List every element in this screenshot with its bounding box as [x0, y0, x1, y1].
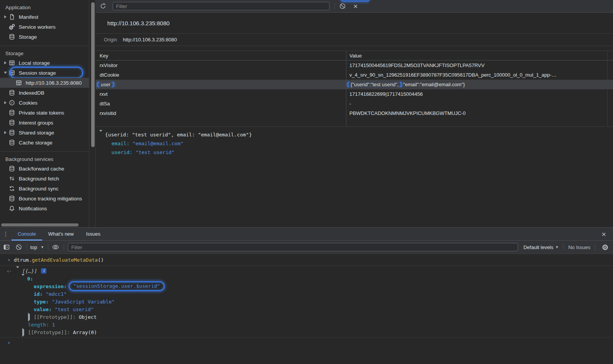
tab-console[interactable]: Console	[11, 228, 42, 241]
close-drawer-button[interactable]: ✕	[598, 228, 609, 241]
preview-entry: userid: "test userid"	[99, 148, 613, 157]
sidebar-item-bounce-tracking-mitigations[interactable]: Bounce tracking mitigations	[0, 193, 89, 203]
clear-console-button[interactable]	[14, 242, 24, 252]
sidebar-item-service-workers[interactable]: Service workers	[0, 22, 89, 32]
refresh-button[interactable]	[98, 1, 108, 11]
console-toolbar: top ▼ Default levels ▼ No Issues	[0, 241, 613, 254]
database-icon	[8, 109, 15, 116]
sidebar-tree: Application Manifest Service workers	[0, 0, 89, 227]
console-filter-input[interactable]	[68, 243, 518, 251]
session-storage-panel: ✕ http://10.106.3.235:8080 Origin http:/…	[96, 0, 613, 227]
section-background-services: Background services Back/forward cache B…	[0, 151, 89, 217]
sidebar-item-cookies[interactable]: Cookies	[0, 98, 89, 108]
table-icon	[8, 69, 15, 76]
sidebar-item-background-fetch[interactable]: Background fetch	[0, 174, 89, 184]
collapse-arrow-icon[interactable]	[99, 132, 102, 138]
prompt-chevron-icon: ›	[7, 339, 10, 346]
sidebar-item-shared-storage[interactable]: Shared storage	[0, 128, 89, 138]
table-right-gutter	[607, 51, 608, 126]
sidebar-vertical-scrollbar[interactable]	[91, 2, 95, 147]
live-expression-eye-button[interactable]	[51, 242, 61, 252]
chevron-down-icon: ▼	[41, 245, 44, 249]
result-summary-row[interactable]: ‹· [{…}] i	[0, 267, 613, 275]
annotation-user-key: user	[97, 82, 114, 87]
info-badge[interactable]: i	[41, 268, 46, 274]
expand-arrow-icon[interactable]	[2, 61, 8, 64]
table-icon	[15, 79, 22, 86]
close-icon: ✕	[602, 231, 606, 237]
sidebar-item-storage[interactable]: Storage	[0, 32, 89, 42]
context-selector[interactable]: top	[30, 244, 37, 250]
expand-arrow-icon[interactable]	[22, 330, 24, 335]
tree-row-type: type: "JavaScript Variable"	[0, 298, 613, 305]
storage-toolbar: ✕	[96, 0, 613, 13]
sidebar-item-notifications[interactable]: Notifications	[0, 203, 89, 213]
sidebar-item-local-storage[interactable]: Local storage	[0, 58, 89, 68]
console-sidebar-toggle-button[interactable]	[2, 242, 11, 252]
table-row[interactable]: rxVisitor 171741500445619FDSL2M5O3TVANKJ…	[96, 61, 613, 70]
sidebar-item-private-state-tokens[interactable]: Private state tokens	[0, 108, 89, 118]
storage-items-table: Key Value rxVisitor 171741500445619FDSL2…	[96, 51, 613, 127]
devtools-window: Application Manifest Service workers	[0, 0, 613, 364]
expand-arrow-icon[interactable]	[2, 131, 8, 134]
sidebar-item-session-storage-origin[interactable]: http://10.106.3.235:8080	[0, 78, 89, 88]
console-settings-gear-icon[interactable]	[600, 242, 610, 252]
table-icon	[8, 59, 15, 66]
sidebar-item-interest-groups[interactable]: Interest groups	[0, 118, 89, 128]
sidebar-item-back-forward-cache[interactable]: Back/forward cache	[0, 164, 89, 174]
console-prompt[interactable]: ›	[0, 337, 613, 348]
origin-label: Origin	[104, 37, 117, 43]
clear-storage-button[interactable]	[338, 1, 347, 11]
tree-row-length: length: 1	[0, 321, 613, 328]
table-row[interactable]: rxvisitid PBWDKTCADOKNMNMJVKPICUMKBGWTMU…	[96, 108, 613, 118]
column-header-value[interactable]: Value	[346, 53, 613, 59]
annotation-top-strip	[341, 0, 369, 2]
expand-arrow-icon[interactable]	[2, 101, 8, 104]
console-result-tree: ‹· [{…}] i 0: expression: "sessionStorag…	[0, 266, 613, 336]
preview-entry: email: "email@email.com"	[99, 139, 613, 148]
database-icon	[8, 89, 15, 96]
delete-selected-button[interactable]: ✕	[351, 1, 361, 11]
tab-whats-new[interactable]: What's new	[42, 228, 80, 241]
collapse-arrow-icon[interactable]	[2, 72, 8, 74]
section-title-background-services: Background services	[0, 154, 89, 164]
more-options-icon[interactable]: ⋮	[0, 231, 11, 238]
default-levels-dropdown[interactable]: Default levels	[523, 244, 553, 250]
table-row[interactable]: dtCookie v_4_srv_90_sn_1296251916EF38907…	[96, 70, 613, 80]
annotation-user-value: {"userid":"test userid",	[347, 82, 402, 87]
collapse-arrow-icon[interactable]	[21, 276, 25, 282]
collapse-arrow-icon[interactable]	[16, 268, 19, 274]
storage-filter-input[interactable]	[113, 2, 329, 10]
console-drawer: ⋮ Console What's new Issues ✕ top ▼ Defa…	[0, 227, 613, 364]
table-header: Key Value	[96, 51, 613, 61]
preview-summary-line[interactable]: {userid: "test userid", email: "email@em…	[99, 130, 613, 139]
document-icon	[8, 13, 15, 20]
database-icon	[8, 119, 15, 126]
section-title-storage: Storage	[0, 49, 89, 58]
issues-counter[interactable]: No Issues	[568, 244, 590, 250]
tab-issues[interactable]: Issues	[80, 228, 107, 241]
command-chevron-icon: ›	[7, 257, 10, 263]
sidebar-horizontal-scrollbar[interactable]	[1, 223, 79, 226]
console-command-line[interactable]: › dtrum.getAndEvaluateMetaData()	[0, 254, 613, 266]
tree-row-expression: expression: "sessionStorage.user.$userid…	[0, 282, 613, 290]
section-storage: Storage Local storage Session storage	[0, 46, 89, 151]
tree-row-prototype-object[interactable]: [[Prototype]]: Object	[0, 313, 613, 321]
column-divider[interactable]	[346, 51, 346, 126]
expand-arrow-icon[interactable]	[2, 15, 8, 18]
sidebar-item-cache-storage[interactable]: Cache storage	[0, 138, 89, 148]
database-icon	[8, 139, 15, 146]
table-row[interactable]: rxvt 1717416822699|1717415004456	[96, 89, 613, 99]
sidebar-item-background-sync[interactable]: Background sync	[0, 184, 89, 193]
table-row[interactable]: dtSa -	[96, 99, 613, 108]
tree-row-prototype-array[interactable]: [[Prototype]]: Array(0)	[0, 328, 613, 336]
sidebar-item-indexeddb[interactable]: IndexedDB	[0, 88, 89, 98]
sidebar-item-manifest[interactable]: Manifest	[0, 12, 89, 22]
sidebar-item-session-storage[interactable]: Session storage	[0, 68, 89, 78]
sync-icon	[8, 185, 15, 192]
origin-title: http://10.106.3.235:8080	[96, 13, 613, 34]
cookie-icon	[8, 99, 15, 106]
table-row-user-selected[interactable]: user {"userid":"test userid","email":"em…	[96, 80, 613, 89]
expand-arrow-icon[interactable]	[28, 314, 30, 320]
column-header-key[interactable]: Key	[96, 53, 346, 59]
